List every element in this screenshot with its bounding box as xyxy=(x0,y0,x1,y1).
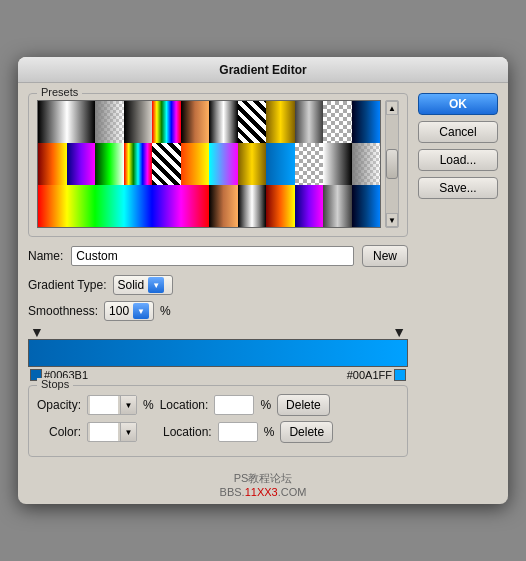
preset-cell[interactable] xyxy=(95,101,124,143)
preset-cell[interactable] xyxy=(323,143,352,185)
preset-cell[interactable] xyxy=(181,185,210,227)
presets-area: ▲ ▼ xyxy=(37,100,399,228)
opacity-value-inner xyxy=(90,396,118,414)
right-panel: OK Cancel Load... Save... xyxy=(418,93,498,457)
preset-cell[interactable] xyxy=(95,185,124,227)
scroll-down-arrow[interactable]: ▼ xyxy=(386,213,398,227)
preset-cell[interactable] xyxy=(238,101,267,143)
stops-section: Stops Opacity: ▼ % Location: % Delete xyxy=(28,385,408,457)
smoothness-arrow[interactable]: ▼ xyxy=(133,303,149,319)
smoothness-label: Smoothness: xyxy=(28,304,98,318)
preset-grid[interactable] xyxy=(37,100,381,228)
preset-cell[interactable] xyxy=(266,101,295,143)
opacity-unit: % xyxy=(143,398,154,412)
name-row: Name: New xyxy=(28,245,408,267)
preset-cell[interactable] xyxy=(323,101,352,143)
presets-section: Presets xyxy=(28,93,408,237)
preset-cell[interactable] xyxy=(124,101,153,143)
color-value-inner xyxy=(90,423,118,441)
preset-cell[interactable] xyxy=(95,143,124,185)
gradient-type-arrow[interactable]: ▼ xyxy=(148,277,164,293)
opacity-row: Opacity: ▼ % Location: % Delete xyxy=(37,394,399,416)
gradient-editor-dialog: Gradient Editor Presets xyxy=(18,57,508,504)
smoothness-row: Smoothness: 100 ▼ % xyxy=(28,301,408,321)
preset-cell[interactable] xyxy=(38,143,67,185)
watermark: PS教程论坛 BBS.11XX3.COM xyxy=(18,467,508,504)
preset-cell[interactable] xyxy=(152,101,181,143)
preset-cell[interactable] xyxy=(152,185,181,227)
preset-cell[interactable] xyxy=(181,143,210,185)
preset-cell[interactable] xyxy=(295,101,324,143)
gradient-bar[interactable] xyxy=(28,339,408,367)
stops-label: Stops xyxy=(37,378,73,390)
color-dropdown-arrow[interactable]: ▼ xyxy=(120,423,136,441)
dialog-title: Gradient Editor xyxy=(18,57,508,83)
color-delete-button[interactable]: Delete xyxy=(280,421,333,443)
preset-cell[interactable] xyxy=(209,143,238,185)
load-button[interactable]: Load... xyxy=(418,149,498,171)
right-color-label: #00A1FF xyxy=(347,369,406,381)
preset-cell[interactable] xyxy=(181,101,210,143)
save-button[interactable]: Save... xyxy=(418,177,498,199)
gradient-bar-container: ▼ ▼ #0063B1 #00A1FF xyxy=(28,327,408,381)
opacity-value-box[interactable]: ▼ xyxy=(87,395,137,415)
preset-cell[interactable] xyxy=(124,143,153,185)
preset-cell[interactable] xyxy=(295,143,324,185)
preset-cell[interactable] xyxy=(323,185,352,227)
color-value-box[interactable]: ▼ xyxy=(87,422,137,442)
preset-cell[interactable] xyxy=(209,101,238,143)
cancel-button[interactable]: Cancel xyxy=(418,121,498,143)
color-row: Color: ▼ Location: % Delete xyxy=(37,421,399,443)
preset-cell[interactable] xyxy=(209,185,238,227)
name-input[interactable] xyxy=(71,246,354,266)
scroll-up-arrow[interactable]: ▲ xyxy=(386,101,398,115)
watermark-line1: PS教程论坛 xyxy=(18,471,508,486)
preset-cell[interactable] xyxy=(238,185,267,227)
presets-scrollbar[interactable]: ▲ ▼ xyxy=(385,100,399,228)
color-labels-row: #0063B1 #00A1FF xyxy=(28,367,408,381)
scroll-knob[interactable] xyxy=(386,149,398,179)
preset-cell[interactable] xyxy=(295,185,324,227)
color-location-input[interactable] xyxy=(218,422,258,442)
gradient-type-row: Gradient Type: Solid ▼ xyxy=(28,275,408,295)
preset-cell[interactable] xyxy=(352,185,381,227)
watermark-post: .COM xyxy=(278,486,307,498)
color-label: Color: xyxy=(37,425,81,439)
scroll-thumb[interactable] xyxy=(386,115,398,213)
preset-cell[interactable] xyxy=(38,185,67,227)
presets-label: Presets xyxy=(37,86,82,98)
watermark-pre: BBS. xyxy=(220,486,245,498)
smoothness-unit: % xyxy=(160,304,171,318)
preset-cell[interactable] xyxy=(67,185,96,227)
preset-cell[interactable] xyxy=(352,101,381,143)
preset-cell[interactable] xyxy=(238,143,267,185)
stop-indicators-top: ▼ ▼ xyxy=(28,327,408,339)
color-location-label: Location: xyxy=(163,425,212,439)
right-stop-marker[interactable]: ▼ xyxy=(392,325,406,339)
opacity-delete-button[interactable]: Delete xyxy=(277,394,330,416)
preset-cell[interactable] xyxy=(124,185,153,227)
watermark-line2: BBS.11XX3.COM xyxy=(18,486,508,498)
smoothness-value: 100 xyxy=(109,304,129,318)
left-stop-marker[interactable]: ▼ xyxy=(30,325,44,339)
preset-cell[interactable] xyxy=(152,143,181,185)
ok-button[interactable]: OK xyxy=(418,93,498,115)
opacity-label: Opacity: xyxy=(37,398,81,412)
preset-cell[interactable] xyxy=(266,185,295,227)
gradient-type-label: Gradient Type: xyxy=(28,278,107,292)
preset-cell[interactable] xyxy=(266,143,295,185)
smoothness-select[interactable]: 100 ▼ xyxy=(104,301,154,321)
new-button[interactable]: New xyxy=(362,245,408,267)
preset-cell[interactable] xyxy=(352,143,381,185)
preset-cell[interactable] xyxy=(67,143,96,185)
color-location-unit: % xyxy=(264,425,275,439)
opacity-dropdown-arrow[interactable]: ▼ xyxy=(120,396,136,414)
opacity-location-input[interactable] xyxy=(214,395,254,415)
gradient-type-select[interactable]: Solid ▼ xyxy=(113,275,173,295)
preset-cell[interactable] xyxy=(38,101,67,143)
right-color-swatch[interactable] xyxy=(394,369,406,381)
name-label: Name: xyxy=(28,249,63,263)
watermark-red: 11XX3 xyxy=(245,486,278,498)
preset-cell[interactable] xyxy=(67,101,96,143)
right-color-value: #00A1FF xyxy=(347,369,392,381)
